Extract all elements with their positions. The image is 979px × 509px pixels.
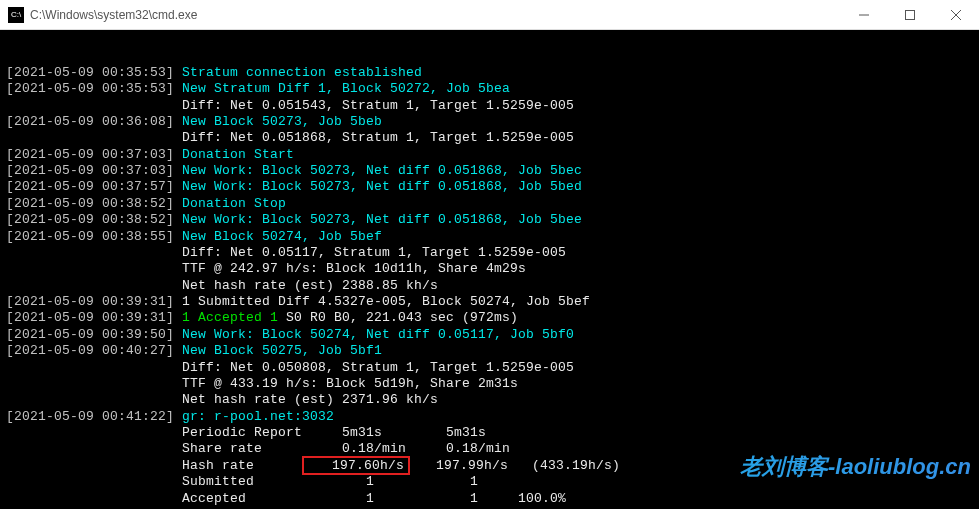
log-message: gr: r-pool.net:3032 [182,409,334,424]
log-timestamp [6,261,182,276]
log-line: Net hash rate (est) 2388.85 kh/s [6,278,973,294]
log-message: Donation Start [182,147,294,162]
log-timestamp: [2021-05-09 00:37:03] [6,163,182,178]
log-line: [2021-05-09 00:35:53] New Stratum Diff 1… [6,81,973,97]
log-timestamp [6,441,182,456]
maximize-button[interactable] [887,0,933,29]
log-message: Share rate 0.18/min 0.18/min [182,441,510,456]
log-timestamp [6,130,182,145]
log-line: [2021-05-09 00:35:53] Stratum connection… [6,65,973,81]
log-line: [2021-05-09 00:40:27] New Block 50275, J… [6,343,973,359]
log-message: TTF @ 242.97 h/s: Block 10d11h, Share 4m… [182,261,526,276]
minimize-button[interactable] [841,0,887,29]
log-line: [2021-05-09 00:39:31] 1 Submitted Diff 4… [6,294,973,310]
log-line: Periodic Report 5m31s 5m31s [6,425,973,441]
log-line: [2021-05-09 00:38:52] New Work: Block 50… [6,212,973,228]
log-message: Net hash rate (est) 2388.85 kh/s [182,278,438,293]
log-message: New Block 50275, Job 5bf1 [182,343,382,358]
log-message: New Work: Block 50273, Net diff 0.051868… [182,212,582,227]
log-message: Net hash rate (est) 2371.96 kh/s [182,392,438,407]
log-line: TTF @ 433.19 h/s: Block 5d19h, Share 2m3… [6,376,973,392]
log-message: Diff: Net 0.05117, Stratum 1, Target 1.5… [182,245,566,260]
log-message: New Block 50274, Job 5bef [182,229,382,244]
log-timestamp [6,392,182,407]
log-line: Accepted 1 1 100.0% [6,491,973,507]
log-timestamp: [2021-05-09 00:41:22] [6,409,182,424]
log-timestamp [6,458,182,473]
log-timestamp: [2021-05-09 00:37:57] [6,179,182,194]
log-line: [2021-05-09 00:36:08] New Block 50273, J… [6,114,973,130]
log-line: [2021-05-09 00:41:22] gr: r-pool.net:303… [6,409,973,425]
log-line: Diff: Net 0.050808, Stratum 1, Target 1.… [6,360,973,376]
log-line: [2021-05-09 00:39:50] New Work: Block 50… [6,327,973,343]
log-timestamp [6,491,182,506]
hash-rate-label: Hash rate [182,458,302,473]
log-message: 1 Submitted Diff 4.5327e-005, Block 5027… [182,294,590,309]
log-timestamp [6,278,182,293]
log-line: [2021-05-09 00:37:03] New Work: Block 50… [6,163,973,179]
log-timestamp: [2021-05-09 00:40:27] [6,343,182,358]
log-timestamp: [2021-05-09 00:38:52] [6,196,182,211]
log-message: New Block 50273, Job 5beb [182,114,382,129]
svg-rect-1 [906,10,915,19]
log-message: New Work: Block 50273, Net diff 0.051868… [182,163,582,178]
watermark-text: 老刘博客-laoliublog.cn [740,453,971,481]
log-line: Diff: Net 0.051543, Stratum 1, Target 1.… [6,98,973,114]
log-line: [2021-05-09 00:38:52] Donation Stop [6,196,973,212]
log-timestamp: [2021-05-09 00:37:03] [6,147,182,162]
log-line: [2021-05-09 00:39:31] 1 Accepted 1 S0 R0… [6,310,973,326]
log-timestamp: [2021-05-09 00:39:31] [6,294,182,309]
log-message: TTF @ 433.19 h/s: Block 5d19h, Share 2m3… [182,376,518,391]
log-timestamp [6,360,182,375]
log-timestamp [6,376,182,391]
log-line: [2021-05-09 00:37:57] New Work: Block 50… [6,179,973,195]
log-message: Donation Stop [182,196,286,211]
log-message: Diff: Net 0.051543, Stratum 1, Target 1.… [182,98,574,113]
cmd-icon: C:\ [8,7,24,23]
log-message: New Stratum Diff 1, Block 50272, Job 5be… [182,81,510,96]
log-timestamp: [2021-05-09 00:36:08] [6,114,182,129]
log-message: S0 R0 B0, 221.043 sec (972ms) [278,310,518,325]
log-line: Diff: Net 0.05117, Stratum 1, Target 1.5… [6,245,973,261]
log-message: Stratum connection established [182,65,422,80]
log-line: [2021-05-09 00:37:03] Donation Start [6,147,973,163]
log-timestamp: [2021-05-09 00:39:31] [6,310,182,325]
log-timestamp [6,425,182,440]
terminal-output[interactable]: 老刘博客-laoliublog.cn [2021-05-09 00:35:53]… [0,30,979,509]
log-timestamp: [2021-05-09 00:38:55] [6,229,182,244]
log-timestamp: [2021-05-09 00:38:52] [6,212,182,227]
log-message: Periodic Report 5m31s 5m31s [182,425,486,440]
hash-rate-highlight: 197.60h/s [302,456,410,475]
log-line: Net hash rate (est) 2371.96 kh/s [6,392,973,408]
log-timestamp [6,98,182,113]
log-message: New Work: Block 50273, Net diff 0.051868… [182,179,582,194]
log-timestamp [6,474,182,489]
log-line: TTF @ 242.97 h/s: Block 10d11h, Share 4m… [6,261,973,277]
log-line: Diff: Net 0.051868, Stratum 1, Target 1.… [6,130,973,146]
log-timestamp: [2021-05-09 00:35:53] [6,65,182,80]
log-message: Diff: Net 0.050808, Stratum 1, Target 1.… [182,360,574,375]
log-message: Diff: Net 0.051868, Stratum 1, Target 1.… [182,130,574,145]
log-line: [2021-05-09 00:38:55] New Block 50274, J… [6,229,973,245]
hash-rate-extra: 197.99h/s (433.19h/s) [412,458,620,473]
close-button[interactable] [933,0,979,29]
log-accepted: 1 Accepted 1 [182,310,278,325]
log-message: Accepted 1 1 100.0% [182,491,566,506]
log-message: Submitted 1 1 [182,474,478,489]
log-timestamp: [2021-05-09 00:39:50] [6,327,182,342]
window-titlebar: C:\ C:\Windows\system32\cmd.exe [0,0,979,30]
log-timestamp [6,245,182,260]
log-timestamp: [2021-05-09 00:35:53] [6,81,182,96]
log-message: New Work: Block 50274, Net diff 0.05117,… [182,327,574,342]
window-controls [841,0,979,29]
window-title: C:\Windows\system32\cmd.exe [30,8,841,22]
